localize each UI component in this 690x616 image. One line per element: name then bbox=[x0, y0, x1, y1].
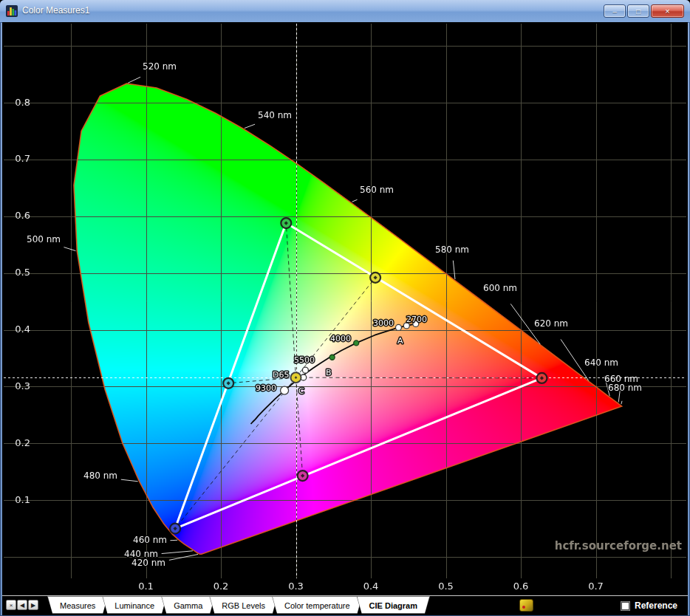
close-icon: × bbox=[665, 7, 669, 16]
tab-gamma[interactable]: Gamma bbox=[161, 596, 215, 614]
tab-close-button[interactable]: × bbox=[6, 600, 16, 610]
minimize-icon: – bbox=[612, 7, 617, 16]
tab-face: RGB Levels bbox=[210, 597, 277, 613]
tab-cie-diagram[interactable]: CIE Diagram bbox=[357, 596, 430, 614]
maximize-icon: □ bbox=[636, 7, 641, 16]
window-title: Color Measures1 bbox=[22, 5, 89, 16]
tab-label: Luminance bbox=[115, 601, 154, 610]
tab-next-button[interactable]: ▶ bbox=[28, 600, 38, 610]
tab-label: Gamma bbox=[174, 601, 202, 610]
title-bar[interactable]: Color Measures1 – □ × bbox=[0, 0, 690, 23]
tab-rgb-levels[interactable]: RGB Levels bbox=[209, 596, 278, 614]
tab-prev-button[interactable]: ◀ bbox=[17, 600, 27, 610]
tab-bar: ×◀▶ MeasuresLuminanceGammaRGB LevelsColo… bbox=[2, 595, 688, 615]
tab-label: RGB Levels bbox=[222, 601, 265, 610]
tab-label: Color temperature bbox=[284, 601, 350, 610]
reference-checkbox[interactable] bbox=[621, 601, 630, 611]
tab-color-temperature[interactable]: Color temperature bbox=[272, 596, 363, 614]
tab-face: Color temperature bbox=[273, 597, 362, 613]
tab-label: CIE Diagram bbox=[369, 601, 417, 610]
sensor-icon[interactable] bbox=[519, 599, 533, 612]
tab-face: CIE Diagram bbox=[358, 597, 429, 613]
maximize-button[interactable]: □ bbox=[627, 4, 649, 18]
tab-face: Luminance bbox=[103, 597, 166, 613]
chart-area bbox=[2, 22, 688, 595]
tab-luminance[interactable]: Luminance bbox=[102, 596, 167, 614]
tab-nav: ×◀▶ bbox=[6, 600, 38, 610]
minimize-button[interactable]: – bbox=[604, 4, 626, 18]
reference-toggle: Reference bbox=[621, 600, 677, 611]
close-button[interactable]: × bbox=[651, 4, 684, 18]
window-controls: – □ × bbox=[604, 4, 684, 18]
reference-label: Reference bbox=[635, 600, 677, 611]
tab-label: Measures bbox=[60, 601, 95, 610]
tab-face: Gamma bbox=[162, 597, 214, 613]
app-window: Color Measures1 – □ × ×◀▶ MeasuresLumina… bbox=[0, 0, 690, 616]
tab-measures[interactable]: Measures bbox=[47, 596, 108, 614]
tab-face: Measures bbox=[48, 597, 107, 613]
tab-strip: MeasuresLuminanceGammaRGB LevelsColor te… bbox=[47, 596, 424, 614]
app-icon bbox=[6, 5, 18, 17]
cie-diagram-canvas bbox=[2, 22, 688, 595]
